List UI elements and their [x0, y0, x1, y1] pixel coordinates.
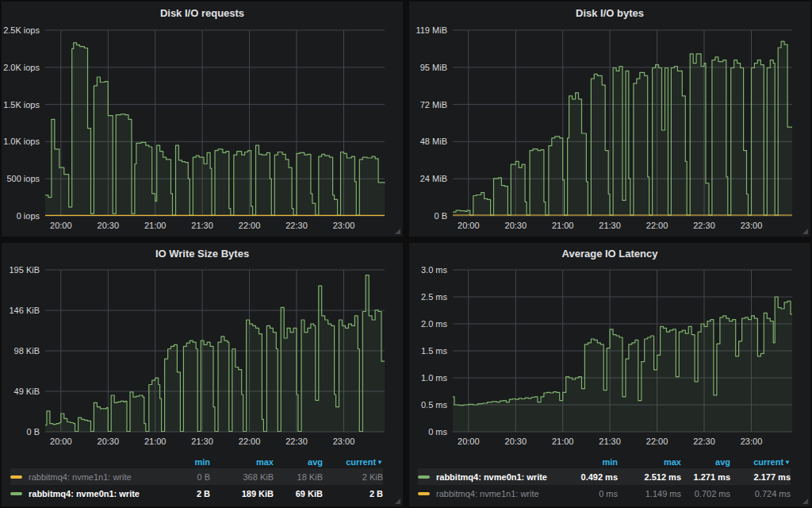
legend-sort-header-current[interactable]: current▼: [730, 457, 791, 467]
x-tick-label: 21:00: [552, 221, 574, 230]
y-tick-label: 3.0 ms: [421, 265, 448, 275]
legend-value-min: 0 B: [161, 472, 210, 482]
chart-canvas[interactable]: 0 B49 KiB98 KiB146 KiB195 KiB20:0020:302…: [2, 264, 402, 454]
x-tick-label: 20:00: [50, 221, 72, 230]
chart-svg: 0 ms0.5 ms1.0 ms1.5 ms2.0 ms2.5 ms3.0 ms…: [410, 264, 810, 451]
series-color-swatch[interactable]: [10, 492, 22, 495]
x-tick-label: 22:00: [646, 221, 668, 230]
legend-value-max: 368 KiB: [210, 472, 274, 482]
y-tick-label: 0 ms: [428, 427, 447, 437]
y-tick-label: 1.0K iops: [3, 137, 40, 146]
chart-canvas[interactable]: 0 iops500 iops1.0K iops1.5K iops2.0K iop…: [2, 24, 402, 237]
legend-sort-header-min[interactable]: min: [569, 457, 618, 467]
legend-row: rabbitmq4: nvme0n1: write2 B189 KiB69 Ki…: [10, 485, 383, 502]
legend-sort-header-avg[interactable]: avg: [274, 457, 323, 467]
y-tick-label: 48 MiB: [420, 137, 447, 146]
x-tick-label: 21:30: [191, 437, 213, 446]
x-tick-label: 23:00: [741, 437, 763, 446]
legend-sort-header-current[interactable]: current▼: [323, 457, 383, 467]
panel-resize-handle[interactable]: [395, 498, 400, 504]
chart-svg: 0 iops500 iops1.0K iops1.5K iops2.0K iop…: [2, 24, 402, 235]
legend-series-label[interactable]: rabbitmq4: nvme0n1: write: [418, 472, 569, 482]
y-tick-label: 119 MiB: [416, 25, 447, 35]
legend-value-min: 0.492 ms: [569, 472, 618, 482]
legend-value-max: 2.512 ms: [618, 472, 681, 482]
y-tick-label: 0 B: [434, 211, 447, 221]
panel-resize-handle[interactable]: [802, 498, 808, 504]
y-tick-label: 500 iops: [6, 174, 40, 183]
y-tick-label: 72 MiB: [420, 100, 447, 110]
legend-row: rabbitmq4: nvme1n1: write0 B368 KiB18 Ki…: [10, 468, 383, 485]
x-tick-label: 22:30: [693, 221, 715, 230]
panel-disk-io-requests: Disk I/O requests 0 iops500 iops1.0K iop…: [2, 2, 403, 237]
panel-resize-handle[interactable]: [802, 229, 808, 234]
panel-title[interactable]: Disk I/O requests: [2, 2, 402, 24]
legend-value-max: 189 KiB: [210, 489, 274, 498]
x-tick-label: 22:00: [646, 437, 668, 446]
legend-value-min: 2 B: [161, 489, 210, 498]
x-tick-label: 21:30: [599, 437, 621, 446]
x-tick-label: 20:30: [505, 221, 527, 230]
panel-io-write-size-bytes: IO Write Size Bytes 0 B49 KiB98 KiB146 K…: [2, 243, 403, 506]
legend-value-current: 2 B: [323, 489, 383, 498]
legend-value-max: 1.149 ms: [618, 489, 681, 498]
y-tick-label: 49 KiB: [14, 387, 40, 396]
legend-sort-header-max[interactable]: max: [210, 457, 274, 467]
panel-average-io-latency: Average IO Latency 0 ms0.5 ms1.0 ms1.5 m…: [409, 243, 810, 506]
series-color-swatch[interactable]: [418, 475, 430, 479]
panel-disk-io-bytes: Disk I/O bytes 0 B24 MiB48 MiB72 MiB95 M…: [409, 2, 810, 237]
legend-series-label[interactable]: rabbitmq4: nvme1n1: write: [418, 489, 569, 498]
legend-sort-header-min[interactable]: min: [161, 457, 210, 467]
x-tick-label: 23:00: [741, 221, 763, 230]
legend-value-avg: 69 KiB: [274, 489, 323, 498]
y-tick-label: 0 B: [26, 427, 40, 437]
legend-sort-header-max[interactable]: max: [618, 457, 681, 467]
sort-caret-icon: ▼: [784, 459, 791, 466]
chart-svg: 0 B49 KiB98 KiB146 KiB195 KiB20:0020:302…: [2, 264, 402, 451]
chart-canvas[interactable]: 0 B24 MiB48 MiB72 MiB95 MiB119 MiB20:002…: [410, 24, 810, 237]
series-color-swatch[interactable]: [418, 492, 430, 495]
legend-series-name: rabbitmq4: nvme1n1: write: [29, 472, 132, 482]
panel-title[interactable]: IO Write Size Bytes: [2, 244, 402, 264]
legend-table: minmaxavgcurrent▼rabbitmq4: nvme0n1: wri…: [410, 454, 810, 503]
legend-series-label[interactable]: rabbitmq4: nvme0n1: write: [10, 489, 161, 498]
panel-title[interactable]: Average IO Latency: [410, 244, 810, 264]
y-tick-label: 98 KiB: [14, 346, 40, 356]
y-tick-label: 2.0 ms: [421, 319, 448, 329]
y-tick-label: 2.0K iops: [3, 63, 40, 72]
y-tick-label: 0 iops: [17, 211, 40, 221]
legend-row: rabbitmq4: nvme0n1: write0.492 ms2.512 m…: [418, 468, 791, 485]
panel-title[interactable]: Disk I/O bytes: [410, 2, 810, 24]
x-tick-label: 22:30: [285, 437, 308, 446]
legend-series-name: rabbitmq4: nvme0n1: write: [436, 472, 547, 482]
x-tick-label: 20:30: [98, 437, 120, 446]
legend-series-label[interactable]: rabbitmq4: nvme1n1: write: [10, 472, 161, 482]
legend-header-row: minmaxavgcurrent▼: [10, 455, 383, 468]
sort-caret-icon: ▼: [377, 459, 383, 466]
y-tick-label: 195 KiB: [9, 265, 40, 275]
x-tick-label: 21:00: [144, 221, 167, 230]
legend-value-current: 2.177 ms: [730, 472, 791, 482]
x-tick-label: 22:30: [285, 221, 308, 230]
x-tick-label: 22:00: [239, 221, 261, 230]
chart-svg: 0 B24 MiB48 MiB72 MiB95 MiB119 MiB20:002…: [410, 24, 810, 235]
y-tick-label: 0.5 ms: [421, 400, 448, 410]
series-color-swatch[interactable]: [10, 475, 22, 479]
y-tick-label: 1.5 ms: [421, 346, 448, 356]
legend-table: minmaxavgcurrent▼rabbitmq4: nvme1n1: wri…: [2, 454, 402, 503]
x-tick-label: 23:00: [333, 221, 355, 230]
x-tick-label: 20:00: [50, 437, 72, 446]
legend-row: rabbitmq4: nvme1n1: write0 ms1.149 ms0.7…: [418, 485, 791, 502]
x-tick-label: 23:00: [333, 437, 355, 446]
y-tick-label: 1.5K iops: [3, 100, 40, 110]
panel-resize-handle[interactable]: [395, 229, 400, 234]
legend-series-name: rabbitmq4: nvme1n1: write: [436, 489, 539, 498]
legend-value-avg: 1.271 ms: [681, 472, 730, 482]
legend-value-avg: 0.702 ms: [681, 489, 730, 498]
x-tick-label: 21:00: [552, 437, 574, 446]
x-tick-label: 21:00: [144, 437, 167, 446]
legend-value-min: 0 ms: [569, 489, 618, 498]
chart-canvas[interactable]: 0 ms0.5 ms1.0 ms1.5 ms2.0 ms2.5 ms3.0 ms…: [410, 264, 810, 454]
legend-sort-header-avg[interactable]: avg: [681, 457, 730, 467]
legend-value-current: 2 KiB: [323, 472, 383, 482]
